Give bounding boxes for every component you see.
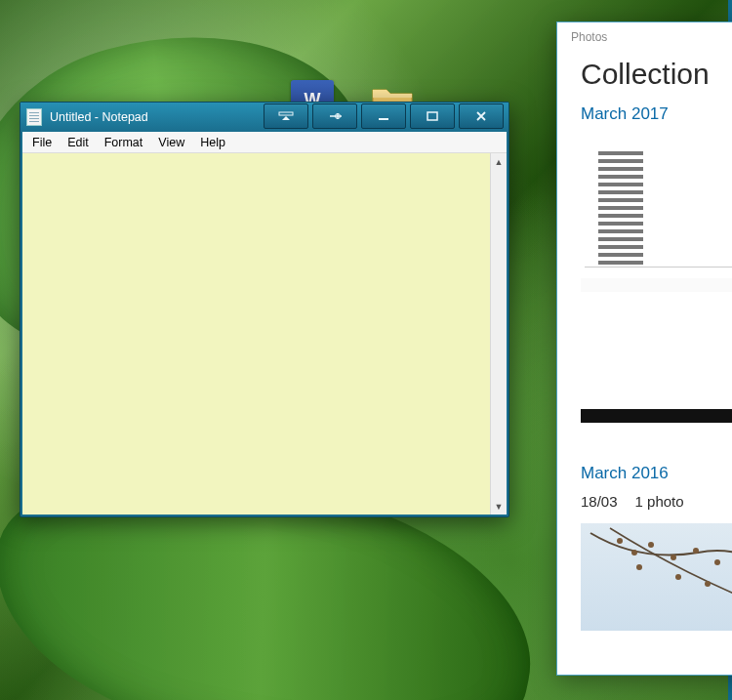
minimize-button[interactable] bbox=[361, 103, 406, 129]
menu-file[interactable]: File bbox=[24, 134, 60, 151]
photos-window: Photos Collection A March 2017 March 201… bbox=[556, 21, 732, 676]
close-button[interactable] bbox=[459, 103, 504, 129]
svg-point-13 bbox=[675, 574, 681, 580]
photos-titlebar[interactable]: Photos bbox=[557, 22, 732, 52]
photos-tabstrip: Collection A bbox=[557, 52, 732, 101]
scroll-up-icon[interactable]: ▲ bbox=[491, 153, 507, 170]
menu-view[interactable]: View bbox=[150, 134, 192, 151]
notepad-menubar: File Edit Format View Help bbox=[22, 132, 507, 153]
group-date: 18/03 bbox=[581, 493, 618, 510]
text-editor-area[interactable] bbox=[22, 153, 490, 515]
photo-thumb[interactable] bbox=[581, 523, 732, 631]
tab-collection[interactable]: Collection bbox=[581, 58, 710, 91]
svg-rect-2 bbox=[379, 118, 388, 120]
notepad-window: Untitled - Notepad File Edit Format bbox=[20, 102, 509, 517]
photo-thumb[interactable] bbox=[581, 409, 732, 423]
svg-point-9 bbox=[714, 559, 720, 565]
photo-thumb[interactable] bbox=[581, 134, 732, 292]
svg-point-4 bbox=[617, 538, 623, 544]
notepad-titlebar[interactable]: Untitled - Notepad bbox=[20, 103, 508, 132]
group-subheader: 18/03 1 photo bbox=[557, 493, 732, 517]
notepad-icon bbox=[26, 108, 42, 126]
svg-point-6 bbox=[648, 542, 654, 548]
rollup-button[interactable] bbox=[264, 103, 308, 129]
scroll-down-icon[interactable]: ▼ bbox=[491, 498, 507, 515]
window-title: Untitled - Notepad bbox=[50, 110, 148, 124]
svg-rect-3 bbox=[427, 112, 437, 120]
vertical-scrollbar[interactable]: ▲ ▼ bbox=[490, 153, 507, 515]
svg-point-8 bbox=[693, 548, 699, 554]
svg-point-14 bbox=[705, 581, 711, 587]
svg-point-7 bbox=[671, 555, 676, 560]
group-count: 1 photo bbox=[635, 493, 684, 510]
maximize-button[interactable] bbox=[410, 103, 455, 129]
svg-point-12 bbox=[636, 564, 642, 570]
svg-point-5 bbox=[631, 550, 637, 556]
photos-app-title: Photos bbox=[571, 30, 607, 44]
menu-help[interactable]: Help bbox=[192, 134, 233, 151]
group-header-2017[interactable]: March 2017 bbox=[557, 101, 732, 134]
svg-rect-0 bbox=[279, 112, 293, 115]
pin-button[interactable] bbox=[312, 103, 357, 129]
group-header-2016[interactable]: March 2016 bbox=[557, 460, 732, 493]
menu-edit[interactable]: Edit bbox=[60, 134, 97, 151]
menu-format[interactable]: Format bbox=[97, 134, 151, 151]
